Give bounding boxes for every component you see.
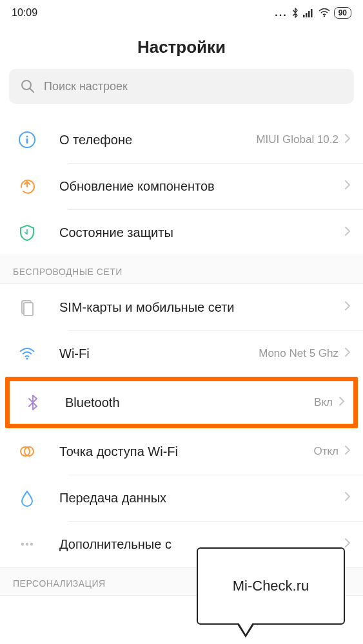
row-wifi[interactable]: Wi-Fi Mono Net 5 Ghz [0, 330, 363, 377]
signal-icon [303, 8, 315, 17]
svg-line-6 [30, 89, 34, 93]
more-settings-icon [13, 535, 41, 554]
row-sim-cards[interactable]: SIM-карты и мобильные сети [0, 284, 363, 330]
row-label: Состояние защиты [41, 225, 344, 240]
update-icon [13, 176, 41, 196]
watermark-callout: Mi-Check.ru [197, 547, 345, 625]
callout-tail-icon [237, 623, 255, 638]
chevron-right-icon [344, 346, 351, 361]
info-icon [13, 130, 41, 149]
search-placeholder: Поиск настроек [44, 80, 128, 93]
svg-point-15 [21, 543, 24, 545]
page-title: Настройки [0, 37, 363, 57]
row-component-update[interactable]: Обновление компонентов [0, 163, 363, 209]
row-about-phone[interactable]: О телефоне MIUI Global 10.2 [0, 117, 363, 163]
svg-point-17 [30, 543, 33, 545]
status-bar: 10:09 ... 90 [0, 0, 363, 22]
settings-list: О телефоне MIUI Global 10.2 Обновление к… [0, 117, 363, 596]
svg-point-16 [26, 543, 28, 545]
row-security-status[interactable]: Состояние защиты [0, 209, 363, 256]
chevron-right-icon [344, 225, 351, 240]
row-label: Передача данных [41, 491, 344, 506]
svg-rect-1 [306, 13, 308, 17]
status-time: 10:09 [12, 7, 37, 19]
search-icon [21, 79, 35, 93]
svg-rect-3 [311, 9, 313, 17]
status-icons: ... 90 [275, 7, 351, 19]
battery-indicator: 90 [334, 7, 351, 19]
wifi-icon [13, 344, 41, 363]
svg-rect-0 [303, 15, 305, 17]
row-label: Wi-Fi [41, 346, 259, 361]
row-label: SIM-карты и мобильные сети [41, 300, 344, 315]
chevron-right-icon [344, 537, 351, 551]
row-label: Точка доступа Wi-Fi [41, 444, 313, 459]
chevron-right-icon [344, 491, 351, 505]
wifi-icon [319, 8, 330, 17]
section-header-wireless: БЕСПРОВОДНЫЕ СЕТИ [0, 256, 363, 284]
chevron-right-icon [344, 133, 351, 147]
sim-icon [13, 298, 41, 317]
svg-point-12 [26, 357, 28, 359]
svg-rect-9 [26, 138, 28, 144]
chevron-right-icon [344, 179, 351, 193]
svg-point-8 [26, 135, 28, 137]
row-label: Bluetooth [47, 395, 314, 410]
row-label: Обновление компонентов [41, 179, 344, 194]
shield-icon [13, 223, 41, 242]
highlight-box: Bluetooth Вкл [5, 377, 358, 428]
svg-rect-11 [24, 303, 33, 316]
row-data-usage[interactable]: Передача данных [0, 475, 363, 521]
page-header: Настройки [0, 22, 363, 69]
bluetooth-icon [19, 393, 47, 412]
droplet-icon [13, 488, 41, 507]
chevron-right-icon [344, 444, 351, 459]
watermark-text: Mi-Check.ru [233, 578, 309, 594]
row-bluetooth[interactable]: Bluetooth Вкл [10, 381, 353, 424]
row-hotspot[interactable]: Точка доступа Wi-Fi Откл [0, 428, 363, 475]
hotspot-icon [13, 442, 41, 461]
row-value: Вкл [314, 396, 333, 409]
row-value: Mono Net 5 Ghz [259, 347, 338, 360]
row-value: Откл [313, 445, 338, 458]
svg-point-4 [323, 15, 324, 17]
row-value: MIUI Global 10.2 [256, 133, 338, 146]
svg-rect-2 [308, 11, 310, 17]
search-input[interactable]: Поиск настроек [9, 69, 354, 104]
chevron-right-icon [344, 300, 351, 314]
chevron-right-icon [338, 395, 346, 410]
bluetooth-status-icon [291, 8, 299, 18]
more-icon: ... [275, 7, 287, 19]
row-label: О телефоне [41, 133, 256, 147]
